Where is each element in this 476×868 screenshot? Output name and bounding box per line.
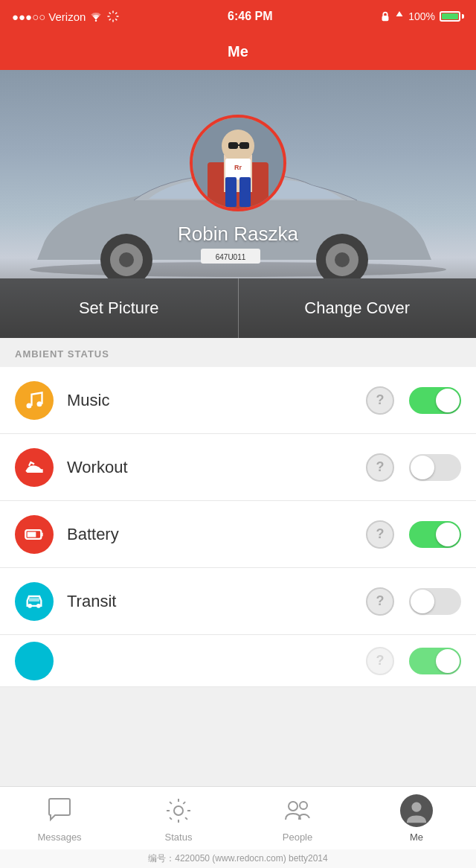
svg-point-27 — [28, 603, 32, 607]
activity-icon — [106, 10, 120, 23]
nav-bar: Me — [0, 33, 476, 70]
svg-point-29 — [289, 802, 298, 811]
carrier-name: Verizon — [48, 10, 86, 23]
battery-item: Battery ? — [0, 501, 476, 568]
status-time: 6:46 PM — [228, 10, 272, 23]
svg-rect-1 — [382, 16, 389, 21]
transit-toggle[interactable] — [409, 588, 461, 615]
chat-icon — [46, 797, 73, 824]
svg-rect-25 — [28, 532, 36, 537]
svg-point-28 — [36, 603, 41, 607]
nav-title: Me — [228, 43, 248, 60]
status-left: ●●●○○ Verizon — [12, 10, 120, 23]
lock-icon — [380, 10, 390, 22]
status-tab-label: Status — [165, 832, 193, 843]
transit-icon-bg — [15, 582, 54, 621]
svg-rect-26 — [29, 598, 39, 601]
workout-help-button[interactable]: ? — [366, 453, 394, 482]
cover-section: 647U011 Rr Robin Raszka Set — [0, 70, 476, 338]
transit-icon — [24, 591, 45, 612]
me-icon — [403, 797, 430, 824]
status-tab-icon — [162, 794, 195, 827]
me-tab-label: Me — [410, 832, 423, 843]
tab-status[interactable]: Status — [119, 794, 238, 843]
partial-toggle[interactable] — [409, 648, 461, 674]
profile-name: Robin Raszka — [0, 223, 476, 246]
svg-point-8 — [335, 252, 350, 267]
avatar-image: Rr — [193, 118, 283, 208]
ambient-status-header: AMBIENT STATUS — [0, 338, 476, 367]
battery-icon — [440, 11, 464, 22]
music-help-button[interactable]: ? — [366, 386, 394, 415]
me-tab-icon — [400, 794, 433, 827]
tab-me[interactable]: Me — [357, 794, 476, 843]
transit-label: Transit — [67, 592, 366, 611]
svg-rect-15 — [228, 142, 238, 149]
people-tab-icon — [281, 794, 314, 827]
music-label: Music — [67, 391, 366, 410]
transit-item: Transit ? — [0, 568, 476, 635]
battery-toggle[interactable] — [409, 521, 461, 548]
set-picture-button[interactable]: Set Picture — [0, 278, 239, 338]
status-bar: ●●●○○ Verizon 6:46 PM 100% — [0, 0, 476, 33]
music-item: Music ? — [0, 367, 476, 434]
svg-point-32 — [411, 802, 421, 812]
settings-list: Music ? Workout ? Battery — [0, 367, 476, 687]
profile-avatar[interactable]: Rr — [190, 115, 286, 211]
svg-point-0 — [95, 20, 97, 22]
battery-icon-bg — [15, 515, 54, 554]
workout-label: Workout — [67, 458, 366, 477]
tab-messages[interactable]: Messages — [0, 794, 119, 843]
messages-tab-icon — [43, 794, 76, 827]
change-cover-button[interactable]: Change Cover — [239, 278, 477, 338]
battery-status-icon — [24, 524, 45, 545]
svg-rect-20 — [225, 177, 237, 207]
gear-icon — [165, 797, 192, 824]
messages-tab-label: Messages — [37, 832, 81, 843]
people-icon — [284, 797, 311, 824]
svg-point-23 — [37, 401, 42, 406]
svg-text:Rr: Rr — [234, 164, 242, 171]
partial-icon-bg — [15, 642, 54, 680]
music-icon — [24, 390, 45, 411]
signal-dots: ●●●○○ — [12, 10, 45, 23]
transit-help-button[interactable]: ? — [366, 587, 394, 616]
music-icon-bg — [15, 381, 54, 420]
workout-icon — [24, 457, 45, 478]
battery-help-button[interactable]: ? — [366, 520, 394, 549]
workout-item: Workout ? — [0, 434, 476, 501]
partial-help-button[interactable]: ? — [366, 647, 394, 675]
svg-rect-16 — [239, 142, 249, 149]
location-icon — [395, 10, 404, 22]
svg-point-5 — [119, 252, 134, 267]
svg-point-2 — [30, 262, 446, 277]
music-toggle[interactable] — [409, 387, 461, 414]
svg-text:647U011: 647U011 — [216, 253, 246, 261]
status-right: 100% — [380, 10, 464, 22]
cover-actions: Set Picture Change Cover — [0, 278, 476, 338]
watermark: 编号：4220050 (www.redocn.com) betty2014 — [0, 849, 476, 868]
tab-people[interactable]: People — [238, 794, 357, 843]
battery-percent: 100% — [408, 10, 435, 22]
partial-item: ? — [0, 635, 476, 687]
me-avatar-icon — [400, 794, 433, 827]
svg-rect-21 — [239, 177, 251, 207]
workout-toggle[interactable] — [409, 454, 461, 481]
wifi-icon — [89, 10, 103, 22]
battery-label: Battery — [67, 525, 366, 544]
svg-point-30 — [300, 802, 307, 809]
svg-point-22 — [27, 403, 32, 408]
people-tab-label: People — [283, 832, 312, 843]
workout-icon-bg — [15, 448, 54, 487]
